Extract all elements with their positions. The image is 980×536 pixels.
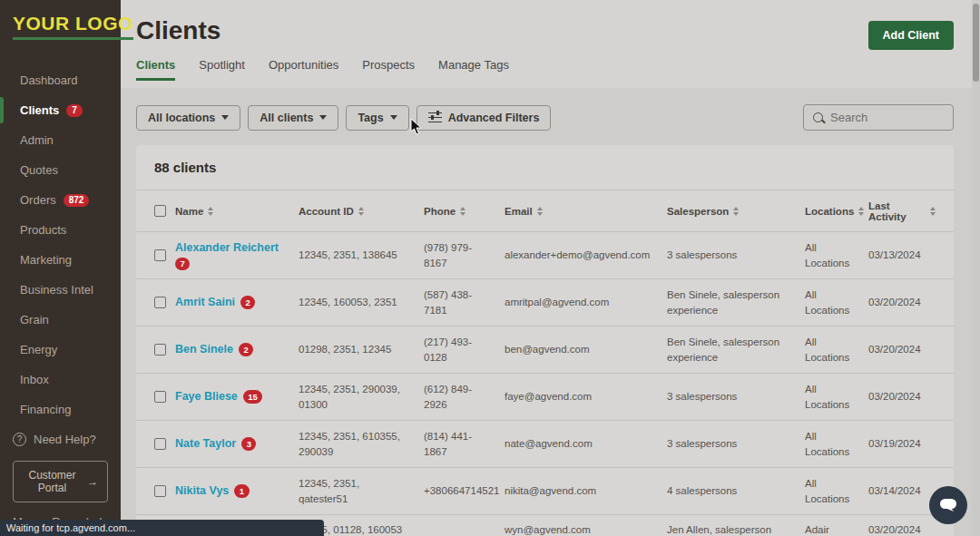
salesperson-cell: Ben Sinele, salesperson experience xyxy=(667,335,805,364)
sidebar-item-clients[interactable]: Clients7 xyxy=(0,95,121,125)
chevron-down-icon xyxy=(319,115,327,120)
client-name-cell: Ben Sinele2 xyxy=(175,342,299,358)
salesperson-cell: 3 salespersons xyxy=(667,248,805,262)
need-help-link[interactable]: ? Need Help? xyxy=(13,433,108,446)
sidebar-nav: Dashboard Clients7 Admin Quotes Orders87… xyxy=(0,65,121,424)
table-row: Nikita Vys1 12345, 2351, qatester51 +380… xyxy=(136,467,954,514)
sidebar-item-products[interactable]: Products xyxy=(0,215,121,245)
column-header-phone[interactable]: Phone xyxy=(424,206,505,217)
clients-count-badge: 7 xyxy=(66,104,83,117)
table-row: Amrit Saini2 12345, 160053, 2351 (587) 4… xyxy=(136,278,954,326)
email-cell: nikita@agvend.com xyxy=(505,483,667,498)
tags-dropdown[interactable]: Tags xyxy=(346,105,408,131)
sidebar-bottom: ? Need Help? Customer Portal → Megan Ros… xyxy=(0,433,121,529)
sort-icon xyxy=(460,207,466,216)
sidebar: YOUR LOGO Dashboard Clients7 Admin Quote… xyxy=(0,0,121,536)
all-locations-dropdown[interactable]: All locations xyxy=(136,105,240,131)
column-header-salesperson[interactable]: Salesperson xyxy=(667,206,805,217)
all-clients-dropdown[interactable]: All clients xyxy=(248,105,338,131)
phone-cell: +380664714521 xyxy=(424,483,505,498)
sidebar-item-inbox[interactable]: Inbox xyxy=(0,365,121,395)
tab-prospects[interactable]: Prospects xyxy=(362,58,415,81)
last-activity-cell: 03/20/2024 xyxy=(868,295,936,309)
column-header-email[interactable]: Email xyxy=(505,206,667,217)
phone-cell: (612) 849-2926 xyxy=(424,382,505,411)
account-id-cell: 12345, 2351, 138645 xyxy=(299,248,424,262)
row-checkbox[interactable] xyxy=(154,249,166,261)
select-all-checkbox[interactable] xyxy=(154,205,166,217)
account-id-cell: 01298, 2351, 12345 xyxy=(299,342,424,356)
table-row: Faye Bliese15 12345, 2351, 290039, 01300… xyxy=(136,373,954,420)
clients-table-card: 88 clients Name Account ID Phone Email S… xyxy=(136,145,954,536)
client-badge: 2 xyxy=(239,343,253,356)
tab-bar: Clients Spotlight Opportunities Prospect… xyxy=(136,58,980,81)
table-row: Alexander Reichert7 12345, 2351, 138645 … xyxy=(136,231,954,278)
scrollbar-thumb[interactable] xyxy=(973,4,979,82)
tab-opportunities[interactable]: Opportunities xyxy=(269,58,338,81)
locations-cell: All Locations xyxy=(805,335,868,364)
email-cell: ben@agvend.com xyxy=(505,342,667,356)
sidebar-item-business-intel[interactable]: Business Intel xyxy=(0,275,121,305)
sort-icon xyxy=(733,207,739,216)
client-name-link[interactable]: Ben Sinele xyxy=(175,343,239,356)
column-header-account-id[interactable]: Account ID xyxy=(299,206,424,217)
sidebar-item-energy[interactable]: Energy xyxy=(0,335,121,365)
sidebar-item-admin[interactable]: Admin xyxy=(0,125,121,155)
client-name-link[interactable]: Nate Taylor xyxy=(175,437,241,450)
client-name-link[interactable]: Amrit Saini xyxy=(175,296,240,308)
client-badge: 7 xyxy=(175,258,190,271)
row-checkbox[interactable] xyxy=(154,391,166,403)
vertical-scrollbar[interactable] xyxy=(972,0,980,536)
advanced-filters-button[interactable]: Advanced Filters xyxy=(416,105,552,131)
tab-spotlight[interactable]: Spotlight xyxy=(199,58,245,81)
row-checkbox[interactable] xyxy=(154,344,166,356)
salesperson-cell: 3 salespersons xyxy=(667,436,805,451)
last-activity-cell: 03/19/2024 xyxy=(868,436,936,451)
client-badge: 2 xyxy=(240,296,255,309)
sidebar-item-grain[interactable]: Grain xyxy=(0,305,121,335)
arrow-right-icon: → xyxy=(87,475,98,488)
client-badge: 15 xyxy=(243,390,263,404)
sort-icon xyxy=(858,207,864,216)
client-name-link[interactable]: Alexander Reichert xyxy=(175,241,284,254)
tab-clients[interactable]: Clients xyxy=(136,58,175,81)
locations-cell: All Locations xyxy=(805,240,868,269)
client-name-link[interactable]: Faye Bliese xyxy=(175,390,243,403)
sidebar-item-marketing[interactable]: Marketing xyxy=(0,245,121,275)
row-checkbox[interactable] xyxy=(154,297,166,308)
logo-wrap: YOUR LOGO xyxy=(0,0,121,49)
email-cell: wyn@agvend.com xyxy=(505,522,667,536)
tab-manage-tags[interactable]: Manage Tags xyxy=(438,58,509,81)
last-activity-cell: 03/20/2024 xyxy=(868,389,936,404)
chat-widget-button[interactable] xyxy=(929,486,967,524)
filter-row: All locations All clients Tags Advanced … xyxy=(136,104,954,131)
tune-sliders-icon xyxy=(428,112,442,123)
search-input[interactable] xyxy=(830,111,930,124)
page-title: Clients xyxy=(136,16,980,45)
sort-icon xyxy=(930,207,936,216)
customer-portal-button[interactable]: Customer Portal → xyxy=(13,461,108,502)
column-header-locations[interactable]: Locations xyxy=(805,206,868,217)
phone-cell: (217) 493-0128 xyxy=(424,335,505,364)
last-activity-cell: 03/14/2024 xyxy=(868,483,936,498)
add-client-button[interactable]: Add Client xyxy=(868,21,955,50)
client-name-link[interactable]: Nikita Vys xyxy=(175,484,234,497)
browser-status-bar: Waiting for tcp.agvend.com... xyxy=(0,520,324,536)
sidebar-item-quotes[interactable]: Quotes xyxy=(0,155,121,185)
search-icon xyxy=(813,112,823,122)
row-checkbox[interactable] xyxy=(154,485,166,497)
phone-cell: (587) 438-7181 xyxy=(424,287,505,317)
row-checkbox[interactable] xyxy=(154,438,166,450)
sidebar-item-financing[interactable]: Financing xyxy=(0,395,121,424)
column-header-last-activity[interactable]: Last Activity xyxy=(868,200,936,222)
sidebar-item-orders[interactable]: Orders872 xyxy=(0,185,121,215)
chevron-down-icon xyxy=(221,115,229,120)
main-area: Clients Add Client Clients Spotlight Opp… xyxy=(121,0,980,536)
email-cell: nate@agvend.com xyxy=(505,436,667,451)
page-header: Clients Add Client Clients Spotlight Opp… xyxy=(121,0,980,88)
sidebar-item-dashboard[interactable]: Dashboard xyxy=(0,65,121,95)
chat-bubble-icon xyxy=(938,496,958,514)
column-header-name[interactable]: Name xyxy=(175,206,299,217)
locations-cell: All Locations xyxy=(805,476,868,505)
content-area: All locations All clients Tags Advanced … xyxy=(121,88,980,536)
